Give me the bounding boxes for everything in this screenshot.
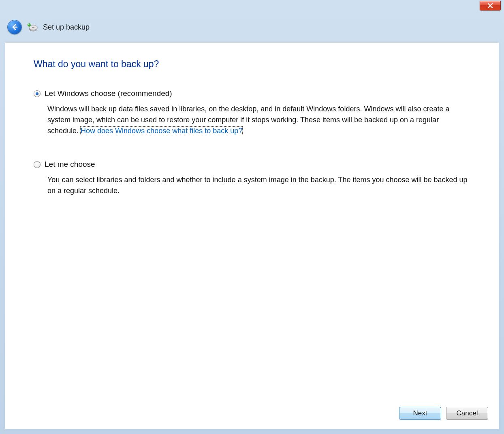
option-let-windows-choose-label: Let Windows choose (recommended) <box>45 89 172 98</box>
radio-let-windows-choose[interactable] <box>34 90 41 97</box>
wizard-window: Set up backup What do you want to back u… <box>0 0 504 434</box>
button-row: Next Cancel <box>399 407 488 420</box>
wizard-title: Set up backup <box>43 23 90 32</box>
close-icon <box>487 3 493 8</box>
option-let-me-choose-desc: You can select libraries and folders and… <box>34 174 470 196</box>
next-button[interactable]: Next <box>399 407 441 420</box>
cancel-button[interactable]: Cancel <box>446 407 488 420</box>
close-button[interactable] <box>480 1 501 11</box>
backup-wizard-icon <box>27 21 38 33</box>
arrow-left-icon <box>11 23 18 31</box>
option-let-windows-choose: Let Windows choose (recommended) Windows… <box>34 89 470 136</box>
content-inner: What do you want to back up? Let Windows… <box>5 43 499 196</box>
option-let-me-choose: Let me choose You can select libraries a… <box>34 160 470 196</box>
svg-point-2 <box>32 27 34 28</box>
option-let-windows-choose-desc: Windows will back up data files saved in… <box>34 104 470 136</box>
option-let-windows-choose-header[interactable]: Let Windows choose (recommended) <box>34 89 470 98</box>
titlebar <box>0 0 504 13</box>
page-heading: What do you want to back up? <box>34 59 470 70</box>
header-row: Set up backup <box>0 13 504 41</box>
option-let-me-choose-header[interactable]: Let me choose <box>34 160 470 169</box>
radio-let-me-choose[interactable] <box>34 161 41 168</box>
content-panel: What do you want to back up? Let Windows… <box>5 42 499 429</box>
back-button[interactable] <box>7 20 22 34</box>
option-let-me-choose-label: Let me choose <box>45 160 95 169</box>
help-link-how-windows-chooses[interactable]: How does Windows choose what files to ba… <box>81 127 242 135</box>
